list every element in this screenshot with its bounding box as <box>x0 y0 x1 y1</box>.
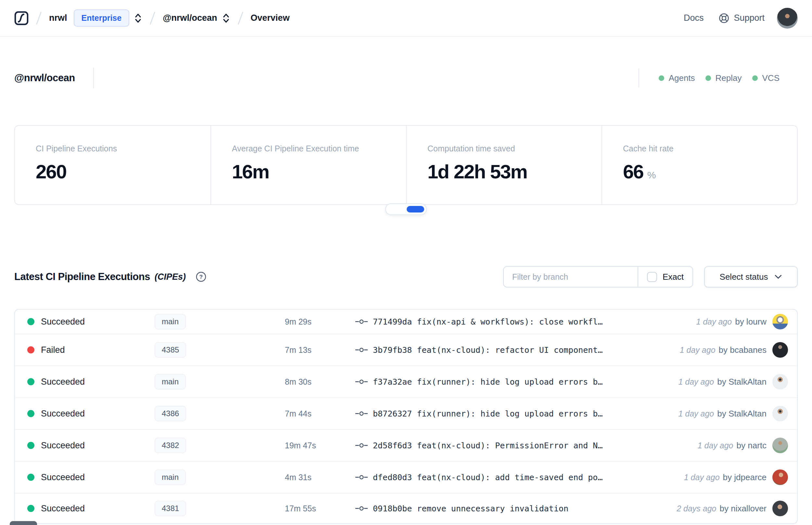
commit-text: b8726327 fix(runner): hide log upload er… <box>373 409 602 418</box>
stat-card: Computation time saved 1d 22h 53m <box>406 126 601 204</box>
branch-badge: 4385 <box>155 342 186 358</box>
cipe-row[interactable]: Succeeded main 4m 31s dfed80d3 feat(nx-c… <box>15 461 797 493</box>
run-duration: 8m 30s <box>285 377 355 387</box>
run-duration: 7m 13s <box>285 345 355 355</box>
svg-text:?: ? <box>199 274 203 280</box>
author-avatar[interactable] <box>772 374 788 390</box>
commit-message: feat(nx-cloud): add time-saved end po… <box>417 473 602 482</box>
commit-message: remove unnecessary invalidation <box>417 504 568 513</box>
cipe-table: Succeeded main 9m 29s 771499da fix(nx-ap… <box>14 309 798 524</box>
branch-badge: 4386 <box>155 406 186 421</box>
support-link[interactable]: Support <box>718 13 765 24</box>
run-status-label: Succeeded <box>41 317 85 327</box>
run-author: by StalkAltan <box>717 377 767 387</box>
chevron-down-icon <box>774 274 782 280</box>
help-icon[interactable]: ? <box>196 271 206 282</box>
author-avatar[interactable] <box>772 469 788 485</box>
branch-badge: main <box>155 374 186 390</box>
commit-hash: dfed80d3 <box>373 473 412 482</box>
author-avatar[interactable] <box>772 406 788 421</box>
run-status-label: Failed <box>41 345 65 355</box>
stat-label: Average CI Pipeline Execution time <box>232 144 385 153</box>
breadcrumb-workspace[interactable]: @nrwl/ocean <box>163 13 217 23</box>
support-label: Support <box>734 13 765 23</box>
integrations-divider <box>639 69 639 87</box>
breadcrumb-page: Overview <box>251 13 290 23</box>
commit-hash: 2d58f6d3 <box>373 441 412 450</box>
run-time-ago: 2 days ago <box>677 504 716 513</box>
run-status-icon <box>27 346 34 354</box>
integration-status[interactable]: Agents <box>659 73 695 83</box>
cipe-row[interactable]: Succeeded 4386 7m 44s b8726327 fix(runne… <box>15 397 797 429</box>
author-avatar[interactable] <box>772 501 788 516</box>
exact-toggle[interactable]: Exact <box>638 267 692 287</box>
git-commit-icon <box>355 347 368 352</box>
run-time-ago: 1 day ago <box>684 473 720 482</box>
nx-cloud-logo-icon[interactable] <box>14 11 29 25</box>
breadcrumb-separator <box>36 11 42 24</box>
run-status-icon <box>27 474 34 481</box>
branch-filter-input[interactable] <box>504 267 638 287</box>
run-status-icon <box>27 378 34 385</box>
stat-label: CI Pipeline Executions <box>36 144 190 153</box>
author-avatar[interactable] <box>772 438 788 453</box>
integration-label: VCS <box>762 73 780 83</box>
author-avatar[interactable] <box>772 314 788 329</box>
run-time-ago: 1 day ago <box>696 317 732 327</box>
section-title-suffix: (CIPEs) <box>155 272 186 282</box>
commit-text: 2d58f6d3 feat(nx-cloud): PermissionError… <box>373 441 602 450</box>
integration-status[interactable]: Replay <box>705 73 742 83</box>
select-status-dropdown[interactable]: Select status <box>704 266 798 287</box>
status-dot-icon <box>752 75 758 81</box>
author-avatar[interactable] <box>772 342 788 358</box>
commit-hash: 0918b0be <box>373 504 412 513</box>
branch-badge: main <box>155 469 186 485</box>
cipe-row[interactable]: Succeeded main 8m 30s f37a32ae fix(runne… <box>15 365 797 397</box>
chat-widget-partial[interactable] <box>10 521 37 525</box>
stat-value: 66 <box>623 161 643 183</box>
run-duration: 17m 55s <box>285 504 355 513</box>
stats-cards: CI Pipeline Executions 260 Average CI Pi… <box>14 125 798 205</box>
cipe-row[interactable]: Failed 4385 7m 13s 3b79fb38 feat(nx-clou… <box>15 334 797 365</box>
run-status-icon <box>27 442 34 449</box>
cipe-section-header: Latest CI Pipeline Executions (CIPEs) ? … <box>14 266 798 287</box>
org-selector-icon[interactable] <box>134 13 142 24</box>
user-avatar[interactable] <box>777 8 798 29</box>
commit-hash: b8726327 <box>373 409 412 418</box>
commit-message: fix(runner): hide log upload errors b… <box>417 409 602 418</box>
git-commit-icon <box>355 475 368 480</box>
breadcrumb-separator <box>238 11 243 24</box>
workspace-selector-icon[interactable] <box>222 13 230 24</box>
docs-link[interactable]: Docs <box>684 13 704 23</box>
workspace-header: @nrwl/ocean Agents Replay VCS <box>14 67 798 89</box>
commit-hash: 771499da <box>373 317 412 327</box>
run-duration: 19m 47s <box>285 441 355 450</box>
stat-label: Cache hit rate <box>623 144 776 153</box>
git-commit-icon <box>355 443 368 448</box>
range-option[interactable] <box>407 206 424 212</box>
breadcrumb-org[interactable]: nrwl <box>49 13 67 23</box>
cipe-row[interactable]: Succeeded 4381 17m 55s 0918b0be remove u… <box>15 493 797 523</box>
git-commit-icon <box>355 319 368 324</box>
range-option[interactable] <box>388 206 405 212</box>
top-navbar: nrwl Enterprise @nrwl/ocean Overview Doc… <box>0 0 812 37</box>
cipe-row[interactable]: Succeeded main 9m 29s 771499da fix(nx-ap… <box>15 310 797 334</box>
integration-label: Agents <box>669 73 695 83</box>
run-status-label: Succeeded <box>41 440 85 451</box>
commit-text: 771499da fix(nx-api & workflows): close … <box>373 317 602 327</box>
stat-value: 260 <box>36 161 66 183</box>
cipe-row[interactable]: Succeeded 4382 19m 47s 2d58f6d3 feat(nx-… <box>15 429 797 461</box>
run-duration: 4m 31s <box>285 473 355 482</box>
header-divider <box>93 67 94 89</box>
breadcrumb-separator <box>150 11 155 24</box>
integration-status[interactable]: VCS <box>752 73 780 83</box>
stat-label: Computation time saved <box>427 144 581 153</box>
stat-suffix: % <box>647 169 656 181</box>
stat-card: Cache hit rate 66 % <box>601 126 797 204</box>
git-commit-icon <box>355 506 368 511</box>
section-title: Latest CI Pipeline Executions <box>14 271 150 283</box>
run-author: by StalkAltan <box>717 409 767 419</box>
date-range-toggle <box>385 204 427 215</box>
exact-checkbox[interactable] <box>647 272 657 282</box>
commit-message: feat(nx-cloud): PermissionError and N… <box>417 441 602 450</box>
